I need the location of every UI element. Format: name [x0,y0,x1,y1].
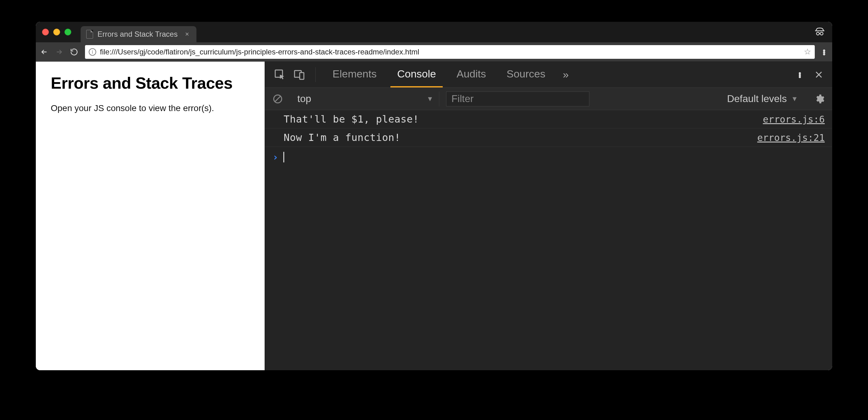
tab-bar: Errors and Stack Traces × [36,22,832,42]
svg-point-0 [817,32,819,35]
page-title: Errors and Stack Traces [51,74,250,93]
browser-window: Errors and Stack Traces × [36,22,832,370]
devtools-tab-bar: Elements Console Audits Sources » ••• [265,62,832,88]
console-filter-input[interactable]: Filter [446,92,589,106]
svg-point-1 [820,32,823,35]
execution-context-selector[interactable]: top ▼ [290,92,439,106]
devtools-menu-button[interactable]: ••• [796,72,804,77]
page-paragraph: Open your JS console to view the error(s… [51,103,250,113]
devtools-tab-audits[interactable]: Audits [450,62,493,88]
site-info-icon[interactable]: i [89,48,96,56]
execution-context-label: top [297,93,311,104]
prompt-chevron-icon: › [272,151,278,163]
url-text: file:///Users/gj/code/flatiron/js_curric… [100,47,800,56]
bookmark-star-icon[interactable]: ☆ [804,47,811,57]
console-log: That'll be $1, please! errors.js:6 Now I… [265,110,832,370]
clear-console-icon[interactable] [272,94,283,104]
window-controls [42,29,71,35]
devtools-close-button[interactable] [814,70,824,79]
chevron-down-icon: ▼ [791,95,798,103]
separator [315,67,316,82]
device-toolbar-icon[interactable] [293,68,305,81]
window-minimize-button[interactable] [53,29,60,35]
log-source-link[interactable]: errors.js:21 [757,132,825,143]
address-bar: i file:///Users/gj/code/flatiron/js_curr… [36,42,832,62]
rendered-page: Errors and Stack Traces Open your JS con… [36,62,265,370]
log-levels-label: Default levels [727,93,787,104]
omnibox[interactable]: i file:///Users/gj/code/flatiron/js_curr… [85,45,815,59]
console-prompt[interactable]: › [265,147,832,167]
log-levels-selector[interactable]: Default levels ▼ [727,93,798,104]
devtools-tab-elements[interactable]: Elements [326,62,383,88]
log-source-link[interactable]: errors.js:6 [763,114,825,125]
devtools-tab-console[interactable]: Console [391,62,443,88]
log-message: Now I'm a function! [284,132,401,143]
devtools-tab-sources[interactable]: Sources [500,62,552,88]
tab-title: Errors and Stack Traces [97,30,178,39]
devtools-tabs-overflow-button[interactable]: » [559,68,572,80]
browser-menu-button[interactable]: ••• [820,49,828,55]
filter-placeholder: Filter [452,93,473,104]
console-log-row: That'll be $1, please! errors.js:6 [265,110,832,128]
prompt-cursor [283,152,284,162]
nav-back-button[interactable] [40,48,50,56]
content-area: Errors and Stack Traces Open your JS con… [36,62,832,370]
tab-close-button[interactable]: × [185,30,189,38]
log-message: That'll be $1, please! [284,113,419,125]
nav-reload-button[interactable] [70,48,80,56]
devtools-panel: Elements Console Audits Sources » ••• [265,62,832,370]
svg-rect-4 [300,72,304,79]
console-log-row: Now I'm a function! errors.js:21 [265,128,832,147]
console-toolbar: top ▼ Filter Default levels ▼ [265,88,832,110]
window-close-button[interactable] [42,29,49,35]
chevron-down-icon: ▼ [427,95,433,103]
console-settings-icon[interactable] [814,94,825,104]
inspect-element-icon[interactable] [274,68,286,81]
file-icon [86,30,93,39]
nav-forward-button[interactable] [55,48,64,56]
browser-tab[interactable]: Errors and Stack Traces × [81,26,196,42]
incognito-icon [814,26,825,37]
window-zoom-button[interactable] [64,29,71,35]
